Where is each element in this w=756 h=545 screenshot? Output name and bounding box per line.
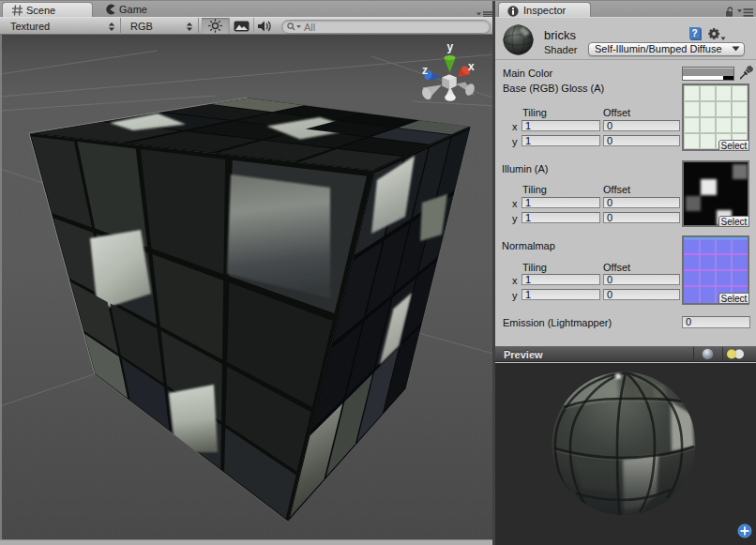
svg-text:y: y — [447, 40, 454, 53]
svg-text:z: z — [422, 64, 428, 77]
svg-text:x: x — [468, 60, 475, 73]
svg-text:?: ? — [692, 28, 698, 38]
